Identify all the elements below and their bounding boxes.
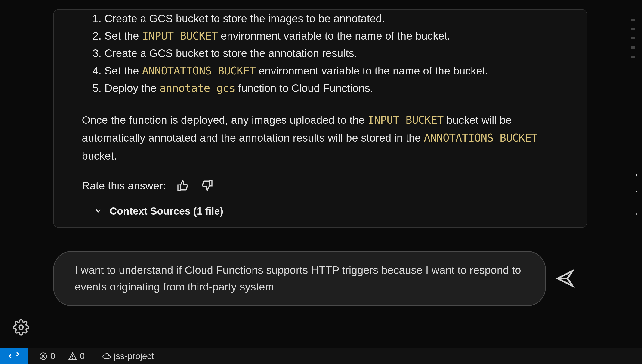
- side-panel-header: PF: [636, 125, 637, 142]
- list-text: function to Cloud Functions.: [235, 82, 373, 94]
- paragraph-text: Once the function is deployed, any image…: [82, 114, 368, 126]
- inline-code: ANNOTATIONS_BUCKET: [142, 64, 256, 77]
- inline-code: INPUT_BUCKET: [368, 114, 444, 126]
- context-sources-label: Context Sources (1 file): [110, 205, 223, 217]
- side-panel-text: To: [636, 187, 637, 204]
- list-text: environment variable to the name of the …: [256, 64, 488, 77]
- status-project[interactable]: jss-project: [96, 351, 160, 361]
- chat-response-card: Create a GCS bucket to store the images …: [53, 9, 588, 228]
- inline-code: annotate_gcs: [160, 82, 236, 94]
- error-icon: [39, 352, 48, 360]
- list-text: Set the: [104, 64, 142, 77]
- list-item: Create a GCS bucket to store the images …: [104, 10, 573, 27]
- rate-label: Rate this answer:: [82, 179, 166, 192]
- list-item: Deploy the annotate_gcs function to Clou…: [104, 79, 573, 97]
- rate-answer-row: Rate this answer:: [68, 179, 573, 192]
- settings-button[interactable]: [13, 319, 29, 336]
- paragraph-text: bucket.: [82, 150, 117, 162]
- response-paragraph: Once the function is deployed, any image…: [68, 111, 573, 165]
- list-text: Create a GCS bucket to store the annotat…: [104, 47, 357, 59]
- list-item: Set the INPUT_BUCKET environment variabl…: [104, 27, 573, 44]
- status-project-name: jss-project: [114, 351, 154, 361]
- list-text: Deploy the: [104, 82, 160, 94]
- thumbs-up-icon: [177, 179, 190, 192]
- list-text: Set the: [104, 30, 142, 42]
- send-button[interactable]: [555, 268, 575, 288]
- svg-point-0: [19, 325, 23, 329]
- minimap[interactable]: [631, 18, 635, 58]
- list-text: environment variable to the name of the …: [218, 30, 450, 42]
- instruction-list: Create a GCS bucket to store the images …: [68, 10, 573, 97]
- gear-icon: [13, 319, 29, 336]
- chevron-down-icon: [94, 206, 103, 216]
- chat-input-text: I want to understand if Cloud Functions …: [75, 264, 521, 293]
- chat-input-row: I want to understand if Cloud Functions …: [9, 251, 631, 306]
- status-errors[interactable]: 0: [32, 351, 62, 361]
- thumbs-down-button[interactable]: [200, 179, 213, 192]
- remote-icon: [8, 350, 20, 362]
- status-bar: 0 0 jss-project: [0, 348, 642, 364]
- side-panel-text: ac: [636, 204, 637, 221]
- list-item: Set the ANNOTATIONS_BUCKET environment v…: [104, 62, 573, 79]
- inline-code: INPUT_BUCKET: [142, 29, 218, 42]
- context-sources-toggle[interactable]: Context Sources (1 file): [68, 205, 572, 220]
- status-errors-count: 0: [50, 351, 55, 361]
- list-text: Create a GCS bucket to store the images …: [104, 12, 385, 24]
- send-icon: [555, 268, 575, 288]
- status-warnings[interactable]: 0: [62, 351, 91, 361]
- side-panel: PF We To ac: [631, 9, 637, 348]
- thumbs-up-button[interactable]: [177, 179, 190, 192]
- cloud-icon: [102, 352, 111, 360]
- svg-point-2: [72, 358, 73, 359]
- status-warnings-count: 0: [80, 351, 85, 361]
- side-panel-text: We: [636, 170, 637, 187]
- list-item: Create a GCS bucket to store the annotat…: [104, 44, 573, 62]
- chat-input[interactable]: I want to understand if Cloud Functions …: [53, 251, 546, 306]
- thumbs-down-icon: [200, 179, 213, 192]
- warning-icon: [68, 352, 77, 360]
- inline-code: ANNOTATIONS_BUCKET: [424, 131, 538, 144]
- remote-indicator[interactable]: [0, 348, 28, 364]
